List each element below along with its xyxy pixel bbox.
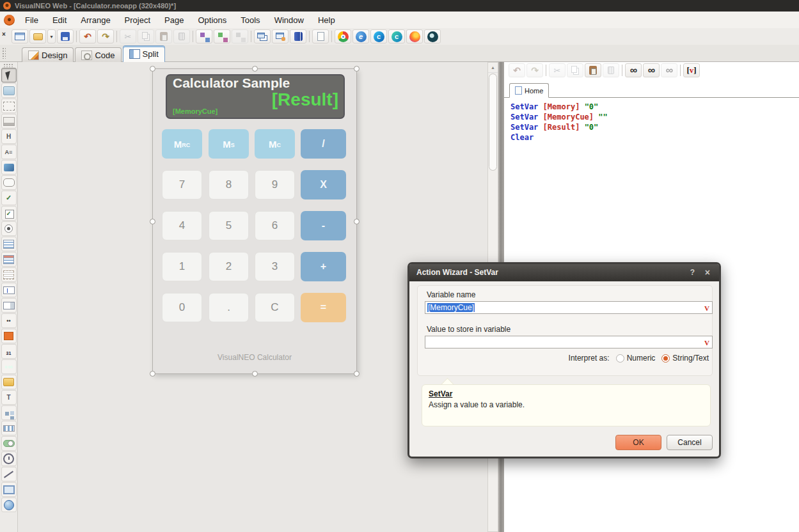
preview-in-window-button[interactable] [254, 29, 271, 43]
resize-handle-s[interactable] [252, 371, 258, 377]
cut-button[interactable]: ✂ [120, 29, 136, 43]
arrange-objects-button[interactable] [232, 29, 248, 43]
statusbar-tool[interactable] [1, 114, 17, 129]
save-project-button[interactable] [57, 29, 74, 43]
menu-arrange[interactable]: Arrange [74, 13, 117, 27]
checkbox-tool[interactable]: ✓ [1, 206, 17, 221]
copy-button[interactable] [138, 29, 154, 43]
radio-button-tool[interactable] [1, 221, 17, 236]
help-icon[interactable]: ? [690, 264, 695, 281]
calc-key-8[interactable]: 8 [209, 170, 249, 199]
calc-key-multiply[interactable]: X [301, 170, 346, 199]
menu-edit[interactable]: Edit [45, 13, 74, 27]
calc-key-mrc[interactable]: MRC [162, 129, 202, 159]
code-cut-button[interactable]: ✂ [549, 63, 566, 77]
delete-button[interactable] [173, 29, 190, 43]
color-picker-tool[interactable] [1, 329, 17, 343]
folder-tool[interactable] [1, 375, 17, 389]
spin-edit-tool[interactable] [1, 298, 17, 313]
code-paste-button[interactable] [585, 63, 601, 77]
code-copy-button[interactable] [567, 63, 583, 77]
button-tool[interactable] [1, 175, 17, 190]
text-field-tool[interactable]: T [1, 390, 17, 405]
variable-name-input[interactable]: [MemoryCue] V [425, 301, 713, 314]
variable-picker-icon[interactable]: V [704, 337, 709, 348]
preview-chrome-button[interactable] [335, 29, 351, 43]
calendar-tool[interactable]: 31 [1, 344, 17, 359]
article-tool[interactable]: A≡ [1, 145, 17, 159]
run-project-button[interactable] [272, 29, 289, 43]
resize-handle-sw[interactable] [150, 371, 155, 377]
preview-edge-button[interactable]: c [370, 29, 387, 43]
panel-tool[interactable] [1, 83, 17, 98]
menu-file[interactable]: File [18, 13, 45, 27]
code-undo-button[interactable]: ↶ [509, 63, 525, 77]
tab-home[interactable]: Home [509, 83, 549, 98]
container-tool[interactable] [1, 98, 17, 113]
menu-page[interactable]: Page [157, 13, 191, 27]
heading-tool[interactable]: H [1, 129, 17, 144]
calc-key-clear[interactable]: C [255, 293, 295, 322]
code-editor[interactable]: SetVar [Memory] "0"SetVar [MemoryCue] ""… [504, 98, 799, 143]
menu-project[interactable]: Project [118, 13, 157, 27]
tab-code[interactable]: Code [75, 47, 121, 62]
resize-handle-e[interactable] [354, 219, 360, 224]
open-dropdown-button[interactable]: ▾ [47, 29, 56, 43]
new-project-button[interactable] [12, 29, 28, 43]
preview-edge-dev-button[interactable]: c [388, 29, 405, 43]
radio-string-text[interactable] [661, 354, 670, 363]
shape-tool[interactable] [1, 482, 17, 497]
toolbar-close-icon[interactable]: × [2, 31, 10, 38]
code-find-button[interactable]: ∞ [625, 63, 642, 77]
calc-key-1[interactable]: 1 [162, 252, 202, 281]
ok-button[interactable]: OK [615, 435, 661, 450]
code-find-replace-button[interactable]: ∞ [643, 63, 660, 77]
timer-tool[interactable] [1, 451, 17, 466]
calc-key-ms[interactable]: MS [209, 129, 249, 159]
undo-button[interactable]: ↶ [79, 29, 96, 43]
calc-key-mc[interactable]: MC [255, 129, 295, 159]
variable-picker-icon[interactable]: V [704, 302, 709, 314]
publish-project-button[interactable] [290, 29, 306, 43]
scroll-thumb[interactable] [489, 74, 497, 171]
calc-key-2[interactable]: 2 [209, 252, 249, 281]
password-input-tool[interactable]: •• [1, 313, 17, 328]
combobox-tool[interactable] [1, 252, 17, 267]
cancel-button[interactable]: Cancel [667, 435, 713, 450]
new-page-button[interactable] [312, 29, 329, 43]
preview-opera-button[interactable] [424, 29, 441, 43]
resize-handle-nw[interactable] [150, 66, 155, 72]
close-icon[interactable]: × [705, 264, 710, 281]
text-input-tool[interactable] [1, 283, 17, 297]
menu-help[interactable]: Help [311, 13, 342, 27]
calc-key-0[interactable]: 0 [162, 293, 202, 322]
ungroup-button[interactable] [214, 29, 230, 43]
calc-key-5[interactable]: 5 [209, 211, 249, 240]
calc-key-plus[interactable]: + [301, 252, 346, 281]
calc-key-divide[interactable]: / [301, 129, 346, 159]
image-tool[interactable] [1, 160, 17, 175]
calc-key-dot[interactable]: . [209, 293, 249, 322]
resize-handle-ne[interactable] [354, 66, 360, 72]
line-tool[interactable] [1, 467, 17, 481]
tab-split[interactable]: Split [123, 45, 165, 62]
preview-firefox-button[interactable] [406, 29, 423, 43]
preview-internet-explorer-button[interactable]: e [352, 29, 369, 43]
paste-button[interactable] [155, 29, 172, 43]
resize-handle-n[interactable] [252, 66, 258, 72]
insert-variable-button[interactable]: v [683, 63, 700, 77]
menu-tools[interactable]: Tools [233, 13, 267, 27]
listbox-tool[interactable] [1, 237, 17, 251]
group-button[interactable] [196, 29, 212, 43]
menu-window[interactable]: Window [267, 13, 311, 27]
calc-key-equals[interactable]: = [301, 293, 346, 322]
radio-numeric[interactable] [616, 354, 624, 363]
open-project-button[interactable] [29, 29, 46, 43]
progress-bar-tool[interactable] [1, 421, 17, 435]
calc-key-3[interactable]: 3 [255, 252, 295, 281]
scroll-up-icon[interactable]: ▲ [488, 63, 498, 73]
toggle-tool[interactable] [1, 436, 17, 451]
memo-tool[interactable] [1, 267, 17, 282]
calc-key-4[interactable]: 4 [162, 211, 202, 240]
tab-design[interactable]: Design [22, 47, 74, 62]
